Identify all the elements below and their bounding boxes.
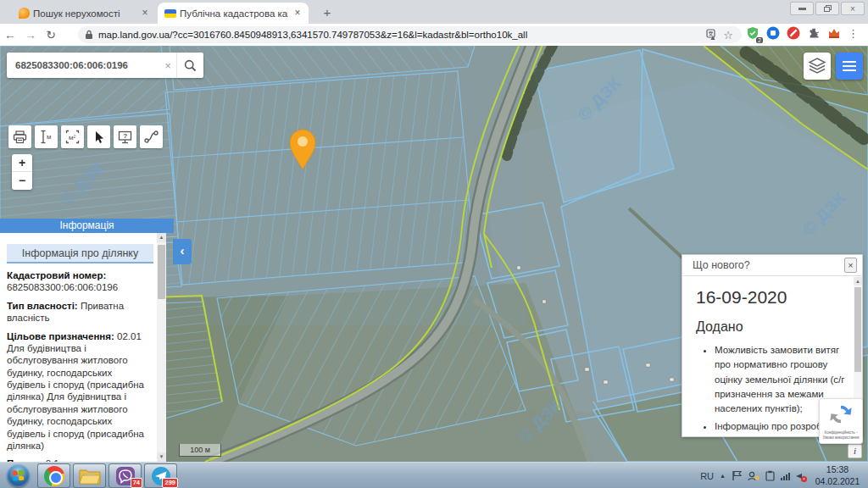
recaptcha-icon <box>828 402 854 427</box>
taskbar-explorer-button[interactable] <box>73 463 106 488</box>
minimize-button[interactable] <box>790 2 814 15</box>
extension-badge: 2 <box>756 37 763 43</box>
network-signal-icon[interactable] <box>781 472 790 480</box>
zoom-in-button[interactable]: + <box>12 154 32 172</box>
forward-button[interactable]: → <box>20 28 41 42</box>
ukraine-flag-favicon <box>164 9 176 18</box>
screen-help-button[interactable]: ? <box>114 125 136 148</box>
taskbar-telegram-button[interactable]: 299 <box>144 463 177 488</box>
tab-title: Публічна кадастрова карта Укра <box>180 8 288 19</box>
language-indicator[interactable]: RU <box>700 471 714 481</box>
new-tab-button[interactable]: + <box>317 3 337 22</box>
screen-help-icon: ? <box>118 130 132 144</box>
hamburger-icon <box>843 61 856 63</box>
telegram-badge: 299 <box>162 478 178 488</box>
close-button[interactable]: × <box>841 2 865 15</box>
print-button[interactable] <box>8 125 31 148</box>
scroll-down-icon[interactable]: ▼ <box>157 452 166 462</box>
scroll-thumb[interactable] <box>158 245 165 299</box>
layers-button[interactable] <box>804 53 831 80</box>
extensions-puzzle-icon[interactable] <box>807 26 821 41</box>
minimize-icon <box>798 8 806 10</box>
zoom-out-button[interactable]: − <box>12 172 32 190</box>
measure-length-icon: м <box>40 130 53 144</box>
tab-close-icon[interactable]: × <box>292 8 303 19</box>
translate-icon[interactable] <box>706 29 718 41</box>
search-icon <box>184 59 197 72</box>
measure-area-button[interactable]: м² <box>61 125 84 148</box>
whats-new-section: Додано <box>696 319 850 335</box>
taskbar-chrome-button[interactable] <box>37 463 70 488</box>
search-input[interactable] <box>7 60 159 70</box>
map-area: © ДЗК © ДЗК © ДЗК © ДЗК © ДЗК × <box>0 46 868 462</box>
field-value: 02.01 Для будівництва і обслуговування ж… <box>7 331 144 451</box>
start-button[interactable] <box>7 464 30 487</box>
system-tray: RU ▲ × 15:38 04.02.2021 <box>700 463 868 488</box>
field-label: Тип власності: <box>7 301 78 311</box>
clock-time: 15:38 <box>826 464 849 474</box>
screen: Пошук нерухомості × Публічна кадастрова … <box>0 0 868 488</box>
info-panel-header[interactable]: Інформація <box>0 219 174 233</box>
route-icon <box>144 130 159 143</box>
cadastral-search-box: × <box>7 53 203 78</box>
taskbar-viber-button[interactable]: 74 <box>108 463 142 488</box>
chrome-icon <box>44 466 64 486</box>
back-button[interactable]: ← <box>0 28 20 42</box>
recaptcha-badge[interactable]: Конфіденційність - Умови використання <box>819 398 863 444</box>
layers-icon <box>808 58 826 75</box>
search-button[interactable] <box>176 53 203 78</box>
cursor-icon <box>93 130 105 144</box>
cursor-tool-button[interactable] <box>87 125 110 148</box>
action-center-flag-icon[interactable] <box>732 470 742 481</box>
extension-orange-icon[interactable] <box>827 26 842 41</box>
restore-button[interactable] <box>815 2 839 15</box>
clock-date: 04.02.2021 <box>815 476 860 486</box>
whats-new-date: 16-09-2020 <box>696 287 850 308</box>
clipboard-icon[interactable] <box>765 470 775 481</box>
scroll-up-icon[interactable]: ▲ <box>854 277 862 286</box>
clear-search-icon[interactable]: × <box>159 59 176 72</box>
measure-area-icon: м² <box>65 130 80 144</box>
url-text: map.land.gov.ua/?cc=3016760.8450948913,6… <box>98 30 706 40</box>
taskbar: 74 299 RU ▲ × 15:38 04.02.2021 <box>0 462 868 488</box>
tab-cadastral-map[interactable]: Публічна кадастрова карта Укра × <box>158 3 309 24</box>
svg-text:?: ? <box>123 132 127 140</box>
bookmark-star-icon[interactable]: ☆ <box>723 29 733 42</box>
cadastral-number-field: Кадастровий номер: 6825083300:06:006:019… <box>7 269 153 294</box>
lock-icon <box>85 30 93 40</box>
scroll-thumb[interactable] <box>854 287 861 372</box>
whats-new-header: Що нового? × <box>682 255 862 276</box>
svg-text:м: м <box>47 133 52 141</box>
update-users-icon[interactable] <box>748 471 760 481</box>
recaptcha-privacy-text: Конфіденційність - <box>820 430 862 435</box>
info-panel-body: Інформація про ділянку Кадастровий номер… <box>0 233 166 462</box>
scroll-up-icon[interactable]: ▲ <box>157 233 166 242</box>
taskbar-clock[interactable]: 15:38 04.02.2021 <box>812 464 863 486</box>
restore-icon <box>824 5 832 12</box>
measure-length-button[interactable]: м <box>35 125 58 148</box>
field-value: 6825083300:06:006:0196 <box>7 282 118 292</box>
tray-expand-icon[interactable]: ▲ <box>720 473 726 479</box>
chrome-menu-icon[interactable]: ⋮ <box>848 27 856 40</box>
info-panel-collapse-button[interactable]: ‹ <box>173 239 192 264</box>
volume-muted-icon[interactable]: × <box>796 471 806 481</box>
map-menu-button[interactable] <box>836 53 863 80</box>
info-panel-scrollbar[interactable]: ▲ ▼ <box>157 233 166 462</box>
folder-icon <box>79 467 101 485</box>
omnibox[interactable]: map.land.gov.ua/?cc=3016760.8450948913,6… <box>78 26 742 43</box>
whats-new-close-button[interactable]: × <box>844 258 857 273</box>
whats-new-title: Що нового? <box>693 259 844 271</box>
extensions-area: 2 ⋮ <box>746 26 856 41</box>
extension-blue-icon[interactable] <box>766 26 781 41</box>
tab-close-icon[interactable]: × <box>139 8 151 19</box>
print-icon <box>13 130 27 144</box>
reload-button[interactable]: ↻ <box>41 28 61 42</box>
map-toolbar: м м² ? <box>8 125 163 148</box>
route-tool-button[interactable] <box>140 125 163 148</box>
adblock-icon[interactable] <box>787 26 801 41</box>
map-attribution-button[interactable]: i <box>848 444 862 458</box>
tab-real-estate-search[interactable]: Пошук нерухомості × <box>12 3 156 24</box>
recaptcha-terms-text: Умови використання <box>820 435 862 441</box>
extension-shield-icon[interactable]: 2 <box>746 26 760 41</box>
parcel-info-subtitle: Інформація про ділянку <box>7 244 153 263</box>
